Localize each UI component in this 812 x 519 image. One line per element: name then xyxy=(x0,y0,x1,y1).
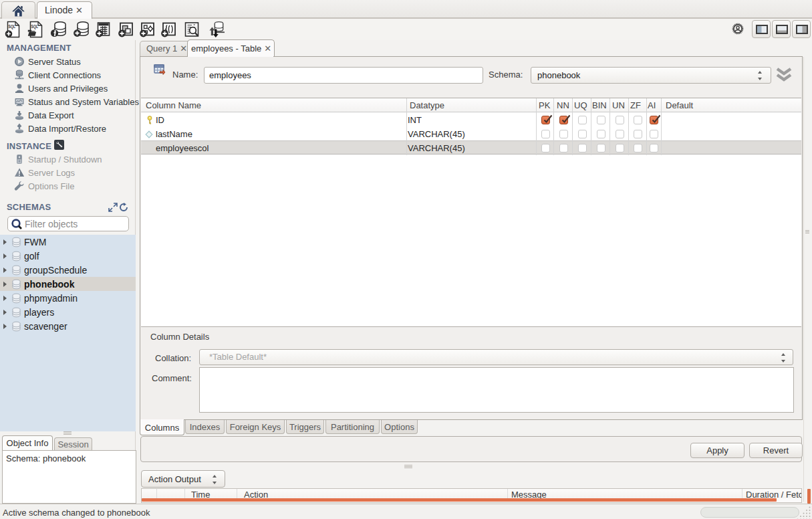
svg-text:SQL: SQL xyxy=(9,23,16,29)
svg-text:SQL: SQL xyxy=(31,23,39,29)
